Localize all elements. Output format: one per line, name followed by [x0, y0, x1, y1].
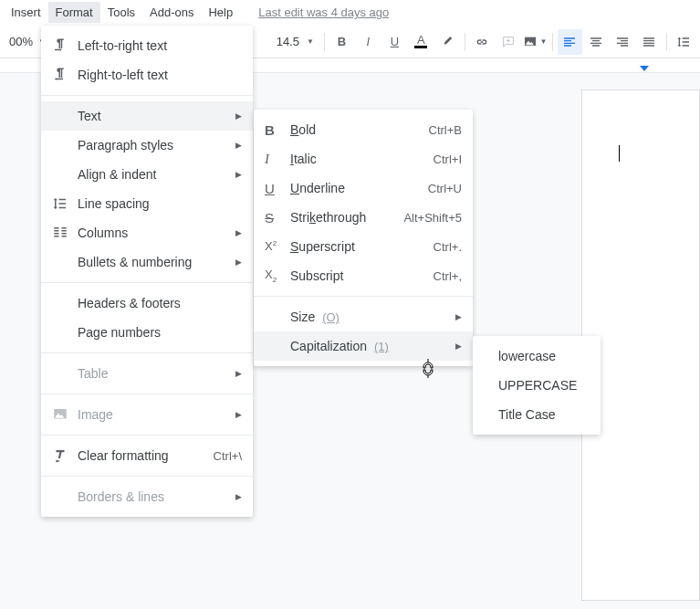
subscript-icon: X2 [265, 268, 290, 284]
menu-item-text[interactable]: Text ▶ [41, 101, 253, 131]
menu-item-strikethrough[interactable]: S Strikethrough Alt+Shift+5 [254, 203, 473, 232]
shortcut-label: Ctrl+U [428, 182, 462, 195]
submenu-arrow-icon: ▶ [235, 369, 242, 378]
superscript-icon: X2 [265, 239, 290, 253]
menu-item-label: Page numbers [78, 325, 242, 340]
menu-help[interactable]: Help [201, 2, 240, 23]
menu-item-superscript[interactable]: X2 Superscript Ctrl+. [254, 232, 473, 261]
submenu-arrow-icon: ▶ [235, 492, 242, 501]
menu-item-italic[interactable]: I Italic Ctrl+I [254, 144, 473, 173]
menu-item-label: Right-to-left text [78, 68, 242, 82]
bold-button[interactable]: B [329, 29, 354, 55]
clear-formatting-icon [52, 447, 78, 464]
line-spacing-icon [52, 195, 78, 212]
rtl-icon [52, 67, 78, 83]
menu-format[interactable]: Format [48, 2, 100, 23]
underline-button[interactable]: U [382, 29, 407, 55]
menu-item-bold[interactable]: B Bold Ctrl+B [254, 115, 473, 144]
italic-button[interactable]: I [356, 29, 381, 55]
shortcut-label: Ctrl+I [434, 152, 462, 166]
menu-item-page-numbers[interactable]: Page numbers [41, 318, 253, 347]
menu-item-paragraph-styles[interactable]: Paragraph styles ▶ [41, 131, 253, 160]
menu-item-label: UPPERCASE [484, 378, 590, 393]
menu-item-label: Strikethrough [290, 210, 403, 225]
menu-item-label: Bold [290, 122, 429, 137]
menu-item-label: Headers & footers [78, 296, 242, 310]
menu-item-size[interactable]: Size (O) ▶ [254, 302, 473, 331]
ltr-icon [52, 37, 78, 54]
submenu-arrow-icon: ▶ [455, 341, 462, 351]
insert-link-button[interactable] [470, 29, 495, 55]
menu-item-label: Table [78, 366, 228, 381]
last-edit-label[interactable]: Last edit was 4 days ago [258, 5, 389, 19]
columns-icon [52, 225, 78, 241]
text-cursor [619, 145, 620, 162]
menu-item-lowercase[interactable]: lowercase [473, 341, 601, 371]
menu-item-label: Left-to-right text [78, 38, 242, 53]
menu-item-label: Italic [290, 152, 434, 166]
menu-item-label: Align & indent [78, 167, 228, 182]
submenu-arrow-icon: ▶ [235, 257, 242, 267]
chevron-down-icon: ▼ [539, 37, 547, 46]
menu-item-line-spacing[interactable]: Line spacing [41, 189, 253, 218]
underline-icon: U [265, 181, 290, 196]
bold-icon: B [265, 122, 290, 138]
chevron-down-icon: ▼ [307, 37, 314, 46]
menu-item-uppercase[interactable]: UPPERCASE [473, 371, 601, 400]
menu-item-align-indent[interactable]: Align & indent ▶ [41, 160, 253, 189]
shortcut-label: Ctrl+. [434, 240, 462, 254]
menu-item-underline[interactable]: U Underline Ctrl+U [254, 173, 473, 203]
shortcut-label: Ctrl+B [429, 123, 462, 137]
align-left-button[interactable] [558, 29, 582, 55]
shortcut-label: Ctrl+, [434, 269, 462, 283]
menu-item-rtl[interactable]: Right-to-left text [41, 60, 253, 89]
zoom-value: 00% [9, 35, 33, 48]
menu-addons[interactable]: Add-ons [142, 2, 201, 23]
format-menu-panel: Left-to-right text Right-to-left text Te… [41, 26, 253, 517]
shortcut-label: Alt+Shift+5 [403, 211, 462, 225]
menu-item-table: Table ▶ [41, 359, 253, 388]
insert-image-button[interactable]: ▼ [523, 29, 548, 55]
font-size-dropdown[interactable]: 14.5 ▼ [271, 35, 319, 48]
italic-icon: I [265, 152, 290, 167]
menu-item-label: Clear formatting [78, 448, 214, 463]
insert-comment-button[interactable] [496, 29, 521, 55]
shortcut-label: Ctrl+\ [214, 449, 242, 463]
submenu-arrow-icon: ▶ [235, 141, 242, 150]
highlight-color-button[interactable] [435, 29, 460, 55]
menu-item-label: Subscript [290, 268, 434, 283]
submenu-arrow-icon: ▶ [235, 228, 242, 237]
line-spacing-button[interactable] [672, 29, 696, 55]
align-right-button[interactable] [611, 29, 635, 55]
indent-marker-icon[interactable] [640, 66, 649, 71]
menu-item-label: Bullets & numbering [78, 255, 228, 269]
menu-item-borders-lines: Borders & lines ▶ [41, 482, 253, 511]
menu-item-label: Size (O) [290, 310, 448, 324]
menu-item-titlecase[interactable]: Title Case [473, 400, 601, 429]
text-color-button[interactable]: A [409, 29, 434, 55]
menu-tools[interactable]: Tools [100, 2, 142, 23]
capitalization-submenu-panel: lowercase UPPERCASE Title Case [473, 336, 601, 435]
menu-item-label: Capitalization (1) [290, 339, 448, 353]
menu-item-clear-formatting[interactable]: Clear formatting Ctrl+\ [41, 441, 253, 470]
menu-item-label: Underline [290, 181, 428, 195]
font-size-value: 14.5 [277, 35, 299, 48]
menubar: Insert Format Tools Add-ons Help Last ed… [0, 0, 700, 26]
align-justify-button[interactable] [637, 29, 662, 55]
menu-item-ltr[interactable]: Left-to-right text [41, 31, 253, 60]
menu-item-label: Superscript [290, 239, 434, 254]
menu-item-label: Columns [78, 226, 228, 240]
submenu-arrow-icon: ▶ [235, 410, 242, 419]
text-submenu-panel: B Bold Ctrl+B I Italic Ctrl+I U Underlin… [254, 110, 473, 366]
menu-insert[interactable]: Insert [4, 2, 48, 23]
menu-item-label: Image [78, 407, 228, 422]
menu-item-capitalization[interactable]: Capitalization (1) ▶ [254, 331, 473, 361]
submenu-arrow-icon: ▶ [235, 170, 242, 179]
menu-item-label: Line spacing [78, 196, 242, 211]
submenu-arrow-icon: ▶ [455, 312, 462, 321]
menu-item-headers-footers[interactable]: Headers & footers [41, 289, 253, 318]
menu-item-subscript[interactable]: X2 Subscript Ctrl+, [254, 261, 473, 290]
menu-item-columns[interactable]: Columns ▶ [41, 218, 253, 247]
align-center-button[interactable] [584, 29, 609, 55]
menu-item-bullets-numbering[interactable]: Bullets & numbering ▶ [41, 247, 253, 277]
